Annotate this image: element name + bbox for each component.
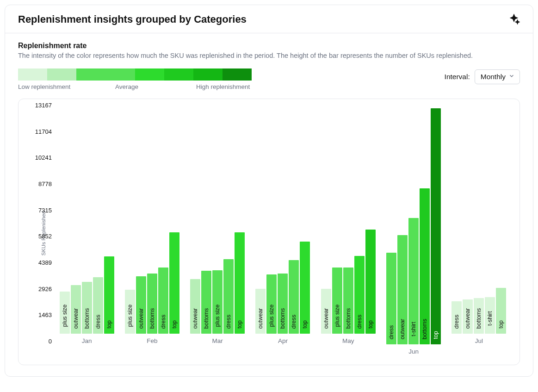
bar[interactable]: top (365, 230, 376, 334)
y-tick: 13167 (35, 102, 52, 109)
bar-label: plus size (268, 305, 275, 327)
bar[interactable]: plus size (212, 270, 223, 334)
bars-group: outwearplus sizebottomsdresstop (253, 108, 313, 334)
month-group: dressoutwearbottomst-shirttopJul (449, 108, 509, 344)
bar[interactable]: dress (354, 256, 365, 334)
bar[interactable]: top (496, 288, 506, 334)
bar-label: outwear (399, 319, 406, 339)
bar-label: top (498, 320, 504, 328)
legend-swatch (164, 68, 193, 81)
bar[interactable]: plus size (266, 274, 277, 334)
y-tick: 11704 (35, 128, 52, 135)
bar-label: t-shirt (487, 311, 493, 326)
bar-label: top (433, 331, 439, 339)
bar[interactable]: top (431, 108, 441, 344)
interval-select[interactable]: Monthly (475, 69, 520, 84)
legend-swatch (18, 68, 47, 81)
chart-container: SKUs Replenished 01463292643895852731587… (18, 99, 520, 365)
bar[interactable]: outwear (255, 289, 266, 334)
legend-swatch (135, 68, 164, 81)
interval-label: Interval: (445, 73, 470, 81)
bar[interactable]: outwear (463, 299, 473, 334)
y-tick: 10241 (35, 154, 52, 161)
month-label: Jul (475, 337, 483, 344)
bar-label: bottoms (476, 308, 482, 329)
bar[interactable]: bottoms (278, 274, 288, 334)
bar-label: outwear (192, 308, 198, 329)
bar-label: t-shirt (410, 322, 417, 336)
bar[interactable]: outwear (190, 279, 200, 334)
chevron-down-icon (508, 73, 515, 81)
bar-label: bottoms (149, 308, 155, 329)
legend-swatch (76, 68, 105, 81)
bar-label: outwear (73, 308, 79, 329)
bar[interactable]: top (169, 232, 179, 334)
chart-area: SKUs Replenished 01463292643895852731587… (22, 108, 511, 358)
bar[interactable]: bottoms (82, 282, 92, 334)
legend-swatch (193, 68, 223, 81)
bar-label: top (171, 320, 178, 328)
bar[interactable]: dress (386, 253, 396, 344)
bar-label: top (106, 320, 112, 328)
bar-label: dress (291, 314, 297, 329)
bar[interactable]: outwear (71, 285, 81, 334)
bar[interactable]: outwear (397, 235, 408, 344)
bar[interactable]: top (104, 256, 114, 334)
bar[interactable]: dress (223, 259, 234, 334)
bar[interactable]: outwear (136, 276, 146, 334)
bar-label: plus size (214, 305, 221, 327)
bars-group: outwearbottomsplus sizedresstop (187, 108, 248, 334)
bar[interactable]: bottoms (147, 274, 157, 334)
bar[interactable]: bottoms (343, 268, 353, 334)
bar-label: bottoms (345, 308, 352, 329)
bar[interactable]: top (235, 232, 245, 334)
bar[interactable]: plus size (125, 290, 135, 334)
month-label: Mar (212, 337, 223, 344)
bar-label: outwear (138, 308, 144, 329)
bar[interactable]: dress (451, 301, 462, 334)
sparkle-icon[interactable] (508, 13, 520, 25)
legend-avg: Average (115, 83, 196, 90)
bar[interactable]: dress (93, 277, 103, 334)
bar[interactable]: bottoms (420, 188, 430, 344)
bar[interactable]: outwear (321, 289, 331, 334)
bars-group: dressoutwearbottomst-shirttop (449, 108, 509, 334)
month-label: Apr (278, 337, 288, 344)
month-group: outwearbottomsplus sizedresstopMar (187, 108, 248, 344)
bar-label: bottoms (84, 308, 90, 329)
bar-label: bottoms (203, 308, 210, 329)
bar-label: top (302, 320, 308, 328)
bar[interactable]: t-shirt (485, 297, 495, 334)
bar-label: plus size (334, 305, 340, 327)
month-label: Jan (82, 337, 92, 344)
bar-label: plus size (62, 305, 68, 327)
bar-label: plus size (127, 305, 133, 327)
bars-group: plus sizeoutwearbottomsdresstop (56, 108, 117, 334)
legend-swatch (223, 68, 252, 81)
bar-label: dress (388, 325, 395, 339)
bar[interactable]: plus size (60, 292, 70, 334)
bar-label: top (367, 320, 374, 328)
bar[interactable]: dress (158, 268, 168, 334)
chart-plot: plus sizeoutwearbottomsdresstopJanplus s… (55, 108, 511, 344)
bar[interactable]: dress (289, 260, 299, 334)
month-group: plus sizeoutwearbottomsdresstopFeb (122, 108, 182, 344)
bar[interactable]: bottoms (474, 298, 484, 334)
month-group: outwearplus sizebottomsdresstopMay (318, 108, 378, 344)
bar-label: outwear (323, 308, 329, 329)
bar[interactable]: t-shirt (408, 218, 419, 344)
bar-label: outwear (464, 308, 471, 329)
card-title: Replenishment insights grouped by Catego… (18, 13, 247, 25)
y-axis-ticks: 0146329264389585273158778102411170413167 (28, 108, 55, 358)
bar[interactable]: plus size (332, 268, 342, 334)
bar[interactable]: top (300, 242, 310, 334)
bars-group: dressoutweart-shirtbottomstop (383, 108, 444, 344)
bar[interactable]: bottoms (201, 271, 211, 334)
legend-labels: Low replenishment Average High replenish… (18, 83, 266, 90)
y-tick: 0 (49, 338, 52, 345)
bar-label: dress (160, 314, 167, 329)
bar-label: dress (453, 314, 460, 329)
bar-label: dress (225, 314, 232, 329)
y-tick: 2926 (38, 285, 52, 292)
bar-label: dress (356, 314, 363, 329)
